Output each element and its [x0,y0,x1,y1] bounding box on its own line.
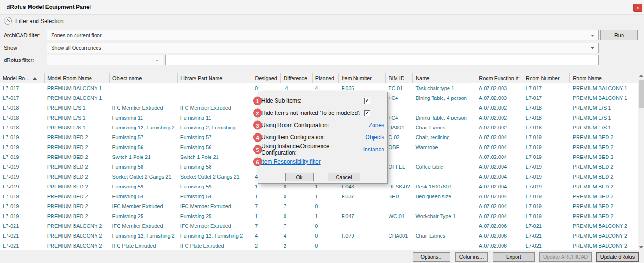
objects-link[interactable]: Objects [365,134,384,141]
collapse-section-button[interactable] [4,17,12,25]
cell-room-name: PREMIUM BALCONY 2 [570,241,638,251]
cell-name [413,202,476,211]
table-row[interactable]: L7-021PREMIUM BALCONY 2IFC Plate Extrude… [0,241,638,251]
cell-item-number: F.037 [339,192,386,202]
column-header-name[interactable]: Name [413,73,476,83]
ok-button[interactable]: Ok [285,173,314,181]
options-button[interactable]: Options... [413,252,450,262]
show-label: Show [4,45,47,51]
cell-model-room-name: PREMIUM E/S 1 [45,103,110,113]
archicad-filter-select[interactable]: Zones on current floor [47,30,599,40]
update-drofus-button[interactable]: Update dRofus [596,252,639,262]
hide-unmarked-items-checkbox[interactable] [364,110,370,116]
run-button[interactable]: Run [600,30,638,40]
cell-room-name: PREMIUM BALCONY 1 [570,93,638,103]
column-header-item-number[interactable]: Item Number [339,73,386,83]
update-archicad-button: Update ARCHICAD [539,252,592,262]
instance-link[interactable]: Instance [363,146,384,153]
cell-room-name: PREMIUM BED 2 [570,202,638,211]
filter-section-title: Filter and Selection [15,18,64,24]
cell-name: Chair Eames [413,231,476,241]
cell-model-room-name: PREMIUM BALCONY 1 [45,83,110,93]
callout-badge-2: 2 [253,109,262,118]
cell-room-function: A.07.02.006 [476,231,523,241]
cell-planned: 0 [312,231,339,241]
cell-model-room-name: PREMIUM BED 2 [45,211,110,221]
vertical-scrollbar[interactable] [638,73,644,250]
column-header-difference[interactable]: Difference [281,73,312,83]
close-button[interactable]: x [633,4,642,12]
room-configuration-row: 3 Using Room Configuration: Zones [258,119,387,131]
scroll-up-icon[interactable] [639,75,643,77]
item-responsibility-filter-link[interactable]: Item Responsibility filter [261,158,321,165]
cell-object-name: IFC Member Extruded [109,202,177,211]
column-header-planned[interactable]: Planned [312,73,339,83]
hide-sub-items-checkbox[interactable] [364,98,370,104]
instance-configuration-row: 5 Using Instance/Occurrence Configuratio… [258,143,387,156]
export-button[interactable]: Export [493,252,535,262]
columns-button[interactable]: Columns... [455,252,488,262]
drofus-filter-select[interactable] [47,55,163,65]
hide-unmarked-items-label: Hide Items not marked 'To be modeled': [261,110,364,116]
cell-library-part-name: Furnishing 12, Furnishing 2 [178,231,252,241]
column-header-object-name[interactable]: Object name [109,73,177,83]
column-header-room-number[interactable]: Room Number [523,73,570,83]
cell-name: Chair, reclining [413,133,476,143]
title-bar: dRofus Model Equipment Panel [0,0,644,15]
hide-sub-items-label: Hide Sub Items: [261,98,364,104]
cell-room-name: PREMIUM BED 2 [570,172,638,182]
cell-room-function: A.07.02.006 [476,241,523,251]
cell-name: Dining Table, 4 person [413,93,476,103]
cell-bim-id [386,152,413,162]
cell-name: Task chair type 1 [413,83,476,93]
cell-model-room-name: PREMIUM BED 2 [45,133,110,143]
drofus-filter-input[interactable] [165,55,599,65]
cell-room-name: PREMIUM BED 2 [570,133,638,143]
table-row[interactable]: L7-019PREMIUM BED 2Furnishing 54Furnishi… [0,192,638,202]
cell-room-function: A.07.02.004 [476,143,523,152]
cell-model-room: L7-017 [0,83,45,93]
cell-room-name: PREMIUM BED 2 [570,162,638,172]
filter-section-header[interactable]: Filter and Selection [4,17,64,25]
cell-name [413,103,476,113]
table-row[interactable]: L7-019PREMIUM BED 2IFC Member ExtrudedIF… [0,202,638,211]
cell-library-part-name: Furnishing 2, Furnishing [178,123,252,133]
room-configuration-label: Using Room Configuration: [261,122,369,128]
model-settings-dialog: 1 Hide Sub Items: 2 Hide Items not marke… [258,92,388,184]
cell-name: Desk 1800x600 [413,182,476,192]
cell-object-name: Furnishing 12, Furnishing 2 [109,231,177,241]
cell-object-name: Furnishing 59 [109,182,177,192]
cell-model-room: L7-019 [0,211,45,221]
cell-library-part-name [178,83,252,93]
cell-model-room-name: PREMIUM BALCONY 2 [45,221,110,231]
scrollbar-thumb[interactable] [639,80,644,108]
cancel-button[interactable]: Cancel [328,173,360,181]
column-header-model-room-name[interactable]: Model Room Name [45,73,110,83]
table-row[interactable]: L7-021PREMIUM BALCONY 2Furnishing 12, Fu… [0,231,638,241]
cell-name: Dining Table, 4 person [413,113,476,123]
table-row[interactable]: L7-021PREMIUM BALCONY 2IFC Member Extrud… [0,221,638,231]
scroll-down-icon[interactable] [639,246,643,248]
cell-object-name [109,93,177,103]
cell-room-number: L7-019 [523,202,570,211]
zones-link[interactable]: Zones [369,122,384,128]
cell-object-name: IFC Plate Extruded [109,241,177,251]
cell-model-room: L7-019 [0,133,45,143]
show-select[interactable]: Show all Occurrences [47,43,599,53]
column-header-library-part-name[interactable]: Library Part Name [178,73,252,83]
cell-model-room-name: PREMIUM E/S 1 [45,123,110,133]
column-header-room-function[interactable]: Room Function #: [476,73,523,83]
column-header-model-room[interactable]: Model Ro... [0,73,45,83]
table-row[interactable]: L7-019PREMIUM BED 2Furnishing 25Furnishi… [0,211,638,221]
cell-object-name: Furnishing 56 [109,143,177,152]
hide-sub-items-row: 1 Hide Sub Items: [258,95,387,107]
cell-planned: 0 [312,241,339,251]
cell-room-name: PREMIUM BED 2 [570,182,638,192]
cell-bim-id [386,103,413,113]
column-header-designed[interactable]: Designed [252,73,281,83]
cell-model-room: L7-021 [0,241,45,251]
cell-room-number: L7-018 [523,123,570,133]
column-header-room-name[interactable]: Room Name [570,73,638,83]
column-header-bim-id[interactable]: BIM ID [386,73,413,83]
cell-bim-id [386,172,413,182]
